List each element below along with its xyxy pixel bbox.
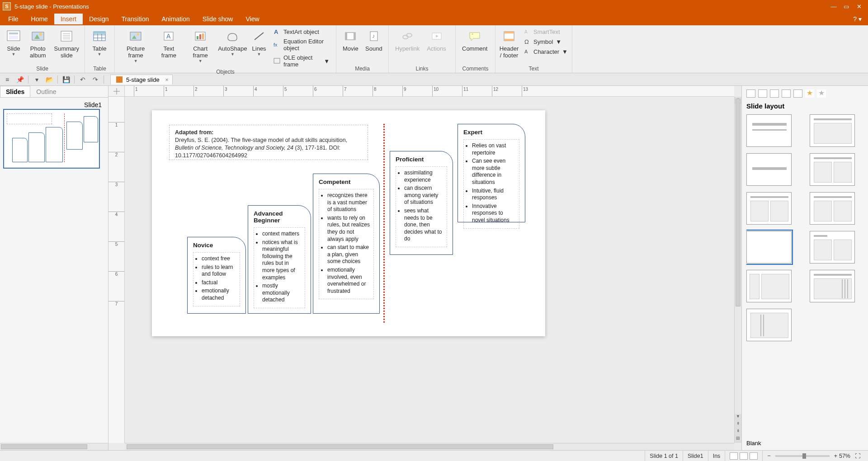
layout-option[interactable]	[746, 114, 792, 147]
character-button[interactable]: A Character ▼	[524, 48, 568, 55]
canvas-viewport[interactable]: Adapted from: Dreyfus, S. E. (2004). The…	[125, 97, 734, 443]
equation-button[interactable]: fx Equation Editor object	[274, 38, 330, 52]
tab-outline[interactable]: Outline	[30, 86, 62, 97]
document-tab-label: 5-stage slide	[126, 76, 160, 83]
svg-rect-1	[9, 33, 18, 34]
layout-view-icon-2[interactable]	[758, 89, 767, 98]
view-show-icon[interactable]	[750, 452, 758, 460]
qa-save-icon[interactable]: 💾	[61, 75, 71, 85]
picture-frame-button[interactable]: Picture frame ▼	[118, 27, 154, 64]
layout-option[interactable]	[810, 270, 855, 302]
list-item: emotionally detached	[202, 287, 237, 301]
layout-option-blank[interactable]	[746, 231, 792, 263]
actions-label: Actions	[427, 45, 446, 52]
header-footer-button[interactable]: Header / footer	[498, 27, 520, 60]
ruler-corner	[108, 86, 125, 97]
stage-advanced[interactable]: Advanced Beginner context matters notice…	[248, 205, 311, 314]
slide-layout-panel: ★ ★ Slide layout Blank	[741, 86, 868, 450]
layout-option[interactable]	[810, 231, 855, 263]
slide-thumbnail[interactable]	[4, 109, 99, 168]
autoshape-label: AutoShape	[218, 45, 247, 52]
document-tab-close-icon[interactable]: ×	[165, 76, 169, 83]
maximize-button[interactable]: ▭	[840, 3, 853, 10]
star-icon[interactable]: ★	[805, 89, 814, 98]
menu-transition[interactable]: Transition	[115, 14, 156, 24]
movie-button[interactable]: Movie	[339, 27, 362, 53]
layout-option[interactable]	[746, 309, 792, 341]
view-normal-icon[interactable]	[730, 452, 738, 460]
canvas-horizontal-scrollbar[interactable]	[125, 443, 734, 450]
svg-rect-29	[274, 58, 280, 63]
qa-new-icon[interactable]: ▾	[31, 75, 42, 85]
chart-frame-button[interactable]: Chart frame ▼	[184, 27, 217, 64]
layout-view-icon-1[interactable]	[746, 89, 755, 98]
canvas-vertical-scrollbar[interactable]: ▲ ▼ ⇞ ⇟ ▤	[734, 97, 741, 443]
zoom-fit-icon[interactable]: ⛶	[855, 453, 861, 459]
zoom-slider[interactable]	[775, 455, 830, 457]
qa-pin-icon[interactable]: 📌	[14, 75, 25, 85]
layout-option[interactable]	[810, 114, 855, 147]
tab-slides[interactable]: Slides	[0, 86, 30, 97]
svg-rect-16	[94, 32, 105, 34]
qa-menu-icon[interactable]: ≡	[2, 75, 13, 85]
vertical-ruler[interactable]: 1234567	[108, 97, 125, 443]
slide-icon	[5, 28, 22, 44]
menu-file[interactable]: File	[2, 14, 25, 24]
layout-option[interactable]	[810, 153, 855, 186]
zoom-value: 57%	[839, 453, 850, 459]
reference-text-box[interactable]: Adapted from: Dreyfus, S. E. (2004). The…	[169, 125, 368, 160]
menu-animation[interactable]: Animation	[155, 14, 196, 24]
stage-expert[interactable]: Expert Relies on vast repertoire Can see…	[458, 124, 525, 222]
layout-view-icon-5[interactable]	[793, 89, 802, 98]
help-button[interactable]: ? ▾	[849, 14, 866, 24]
qa-undo-icon[interactable]: ↶	[77, 75, 88, 85]
left-panel-scrollbar[interactable]	[0, 443, 108, 450]
layout-option[interactable]	[810, 192, 855, 225]
layout-option[interactable]	[746, 192, 792, 225]
photo-album-label: Photo album	[28, 45, 48, 59]
summary-slide-button[interactable]: Summary slide	[52, 27, 82, 60]
menu-insert[interactable]: Insert	[54, 14, 83, 24]
close-button[interactable]: ✕	[853, 3, 865, 10]
menu-slideshow[interactable]: Slide show	[196, 14, 240, 24]
stage-competent[interactable]: Competent recognizes there is a vast num…	[313, 174, 380, 314]
zoom-out-icon[interactable]: −	[767, 453, 770, 459]
symbol-label: Symbol	[533, 38, 553, 45]
ole-button[interactable]: OLE object frame ▼	[274, 54, 330, 68]
layout-view-icon-4[interactable]	[782, 89, 791, 98]
slide-button[interactable]: Slide▼	[3, 27, 24, 57]
menu-design[interactable]: Design	[83, 14, 115, 24]
table-button[interactable]: Table▼	[88, 27, 111, 57]
qa-redo-icon[interactable]: ↷	[90, 75, 101, 85]
slide-page[interactable]: Adapted from: Dreyfus, S. E. (2004). The…	[152, 110, 545, 336]
autoshape-button[interactable]: AutoShape▼	[217, 27, 248, 57]
status-slide-of: Slide 1 of 1	[645, 451, 683, 461]
photo-album-button[interactable]: Photo album	[24, 27, 52, 60]
character-icon: A	[524, 48, 531, 55]
symbol-button[interactable]: Ω Symbol ▼	[524, 38, 568, 45]
menu-view[interactable]: View	[239, 14, 265, 24]
menu-home[interactable]: Home	[25, 14, 54, 24]
sound-button[interactable]: ♪ Sound	[362, 27, 386, 53]
list-item: notices what is meaningful following the…	[262, 239, 302, 282]
stage-novice[interactable]: Novice context free rules to learn and f…	[187, 237, 246, 314]
horizontal-ruler[interactable]: 112345678910111213	[125, 86, 734, 97]
stage-competent-title: Competent	[319, 179, 374, 185]
slide-layout-title: Slide layout	[746, 102, 863, 110]
comment-button[interactable]: + Comment	[458, 27, 491, 53]
status-view-buttons	[725, 451, 762, 461]
view-sorter-icon[interactable]	[740, 452, 748, 460]
minimize-button[interactable]: —	[827, 3, 840, 10]
layout-option[interactable]	[746, 153, 792, 186]
document-tab[interactable]: 5-stage slide ×	[110, 75, 173, 85]
layout-option[interactable]	[746, 270, 792, 302]
comment-icon: +	[467, 28, 483, 44]
qa-open-icon[interactable]: 📂	[44, 75, 55, 85]
textart-button[interactable]: A TextArt object	[274, 28, 330, 35]
star-outline-icon[interactable]: ★	[817, 89, 826, 98]
zoom-in-icon[interactable]: +	[834, 453, 837, 459]
stage-proficient[interactable]: Proficient assimilating experience can d…	[390, 151, 453, 255]
text-frame-button[interactable]: A Text frame	[154, 27, 184, 60]
lines-button[interactable]: Lines▼	[248, 27, 270, 57]
layout-view-icon-3[interactable]	[770, 89, 779, 98]
